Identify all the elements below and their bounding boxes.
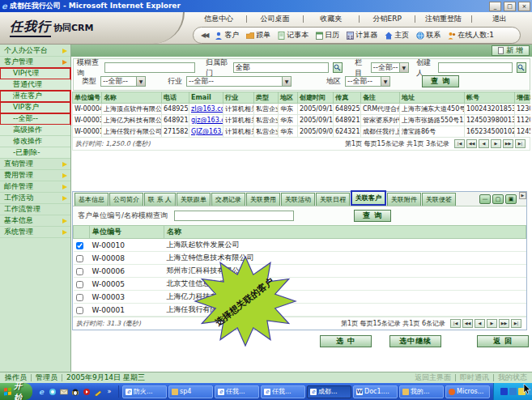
menu-erp[interactable]: 分销ERP bbox=[360, 14, 415, 24]
tab-related-attachments[interactable]: 关联附件 bbox=[387, 193, 421, 206]
industry-select[interactable]: --全部--▼ bbox=[186, 76, 292, 87]
creator-input[interactable] bbox=[438, 62, 513, 73]
menu-exit[interactable]: 退出 bbox=[472, 14, 527, 24]
table-row[interactable]: W-00004 上海顶点软件有限公司 64892525 zl@163.com 计… bbox=[73, 104, 531, 115]
prev-page-button[interactable]: ◀ bbox=[479, 139, 489, 148]
assoc-row[interactable]: W-00003 上海亿力科技有限公司 bbox=[74, 291, 526, 304]
tab-related-notes[interactable]: 关联便签 bbox=[422, 193, 456, 206]
ie-quick-icon[interactable]: e bbox=[37, 388, 45, 396]
tab-contacts[interactable]: 联 系 人 bbox=[144, 193, 176, 206]
task-renwoxing-2[interactable]: e任我... bbox=[261, 385, 305, 398]
tab-related-orders[interactable]: 关联跟单 bbox=[177, 193, 211, 206]
first-page-button[interactable]: |◀ bbox=[450, 319, 461, 328]
sidebar-item-expense-mgmt[interactable]: 费用管理 bbox=[0, 170, 70, 181]
back-icon[interactable]: ◀◀ bbox=[201, 32, 207, 39]
tray-icon-2[interactable] bbox=[509, 388, 517, 395]
select-button[interactable]: 选 中 bbox=[320, 335, 372, 347]
panel-restore-icon[interactable]: ▢ bbox=[492, 194, 504, 204]
tab-related-schedule[interactable]: 关联日程 bbox=[316, 193, 350, 206]
assoc-row[interactable]: W-00001 上海任我行有限公司 bbox=[74, 304, 526, 317]
sidebar-item-direct-sales[interactable]: 直销管理 bbox=[0, 159, 70, 170]
tab-related-customers[interactable]: 关联客户 bbox=[351, 190, 386, 206]
first-page-button[interactable]: |◀ bbox=[454, 139, 465, 148]
column-select[interactable]: --全部--▼ bbox=[371, 62, 409, 73]
messenger-icon[interactable] bbox=[49, 388, 57, 396]
assoc-search-button[interactable]: 查 询 bbox=[354, 210, 391, 222]
row-checkbox[interactable] bbox=[76, 242, 83, 249]
sidebar-item-work-activity[interactable]: 工作活动 bbox=[0, 193, 70, 204]
start-button[interactable]: 开始 bbox=[0, 383, 32, 400]
next-page-button[interactable]: ▶ bbox=[487, 319, 497, 328]
last-page-button[interactable]: ▶| bbox=[515, 139, 526, 148]
dept-input[interactable] bbox=[233, 62, 329, 73]
task-media-player[interactable]: Micros... bbox=[445, 385, 490, 398]
tab-related-activities[interactable]: 关联活动 bbox=[281, 193, 315, 206]
table-row[interactable]: W-00001 上海任我行有限公司 27158230 GJZ@163.COM 计… bbox=[73, 126, 531, 138]
pencil-icon[interactable] bbox=[94, 388, 102, 396]
toolbar-calendar[interactable]: 日历 bbox=[316, 30, 339, 40]
sidebar-item-modify-ops[interactable]: 修改操作 bbox=[0, 136, 70, 147]
cell-email-link[interactable]: gjz@163.com bbox=[189, 115, 223, 126]
sidebar-item-advanced-ops[interactable]: 高级操作 bbox=[0, 125, 70, 136]
toolbar-notebook[interactable]: 记事本 bbox=[278, 30, 309, 40]
panel-maximize-icon[interactable]: ▣ bbox=[505, 194, 517, 204]
task-chengdu-active[interactable]: e成都... bbox=[307, 385, 351, 398]
sidebar-item-system-mgmt[interactable]: 系统管理 bbox=[0, 227, 70, 238]
sidebar-item-basic-info[interactable]: 基本信息 bbox=[0, 215, 70, 227]
region-select[interactable]: --全部--▼ bbox=[345, 76, 390, 87]
menu-relogin[interactable]: 注销重登陆 bbox=[415, 14, 470, 24]
menu-company-desktop[interactable]: 公司桌面 bbox=[247, 14, 302, 24]
tab-scroll-right-icon[interactable]: ▶ bbox=[519, 192, 526, 199]
task-word-doc[interactable]: WDoc1.... bbox=[353, 385, 398, 398]
tab-related-expenses[interactable]: 关联费用 bbox=[246, 193, 280, 206]
cell-email-link[interactable]: GJZ@163.COM bbox=[189, 126, 223, 138]
creator-lookup-button[interactable] bbox=[517, 62, 526, 73]
table-row[interactable]: W-00003 上海亿为科技有限公司 64892132 gjz@163.com … bbox=[73, 115, 531, 126]
panel-minimize-icon[interactable]: — bbox=[479, 194, 491, 204]
sidebar-item-workflow-mgmt[interactable]: 工作流管理 bbox=[0, 204, 70, 215]
assoc-row[interactable]: W-00005 北京艾佳信息技术有限公司 bbox=[74, 278, 526, 291]
row-checkbox[interactable] bbox=[76, 294, 83, 301]
new-button[interactable]: 新 增 bbox=[492, 45, 530, 56]
link-instant-message[interactable]: 即时通讯 bbox=[460, 372, 489, 383]
sidebar-item-vip-customer[interactable]: VIP客户 bbox=[0, 102, 70, 113]
sidebar-item-deleted[interactable]: -已删除- bbox=[0, 147, 70, 159]
minimize-button[interactable]: _ bbox=[489, 2, 501, 11]
row-checkbox[interactable] bbox=[76, 281, 83, 288]
assoc-row[interactable]: W-00006 郑州市汇科科技有限公司 bbox=[74, 265, 526, 278]
row-checkbox[interactable] bbox=[76, 307, 83, 314]
toolbar-calculator[interactable]: 计算器 bbox=[347, 30, 377, 40]
row-checkbox[interactable] bbox=[76, 255, 83, 262]
sidebar-item-customer-mgmt[interactable]: 客户管理 bbox=[0, 57, 70, 68]
type-select[interactable]: --全部--▼ bbox=[100, 76, 146, 87]
toolbar-contact[interactable]: 联系 bbox=[416, 30, 440, 40]
close-button[interactable]: × bbox=[518, 2, 530, 11]
menu-favorites[interactable]: 收藏夹 bbox=[304, 14, 359, 24]
next-page-button[interactable]: ▶ bbox=[491, 139, 501, 148]
task-my-docs[interactable]: 我的... bbox=[399, 385, 444, 398]
qq-icon[interactable] bbox=[71, 388, 79, 396]
task-renwoxing-1[interactable]: e任我... bbox=[215, 385, 259, 398]
sidebar-item-vip-agent[interactable]: VIP代理 bbox=[0, 68, 70, 79]
task-sp4-folder[interactable]: sp4 bbox=[168, 385, 213, 398]
maximize-button[interactable]: □ bbox=[504, 2, 516, 11]
link-main-ui[interactable]: 返回主界面 bbox=[415, 372, 451, 383]
assoc-search-input[interactable] bbox=[174, 211, 294, 221]
last-page-button[interactable]: ▶| bbox=[511, 319, 521, 328]
select-continue-button[interactable]: 选中继续 bbox=[389, 335, 441, 347]
sidebar-item-normal-agent[interactable]: 普通代理 bbox=[0, 79, 70, 91]
menu-info-center[interactable]: 信息中心 bbox=[191, 14, 246, 24]
prev-block-button[interactable]: ◀◀ bbox=[466, 139, 477, 148]
tab-company-profile[interactable]: 公司简介 bbox=[109, 193, 143, 206]
assoc-row[interactable]: W-00008 上海立特信息技术有限公司 bbox=[74, 252, 526, 265]
realplayer-icon[interactable] bbox=[83, 388, 91, 396]
toolbar-customer[interactable]: 客户 bbox=[215, 30, 239, 40]
prev-block-button[interactable]: ◀◀ bbox=[462, 319, 473, 328]
task-firewall[interactable]: e防火... bbox=[122, 385, 167, 398]
search-button[interactable]: 查 询 bbox=[422, 75, 459, 87]
sidebar-item-personal-office[interactable]: 个人办公平台 bbox=[0, 45, 70, 57]
tab-transactions[interactable]: 交易记录 bbox=[211, 193, 245, 206]
next-block-button[interactable]: ▶▶ bbox=[503, 139, 513, 148]
toolbar-home[interactable]: 主页 bbox=[385, 30, 409, 40]
cell-email-link[interactable]: zl@163.com bbox=[189, 104, 223, 115]
